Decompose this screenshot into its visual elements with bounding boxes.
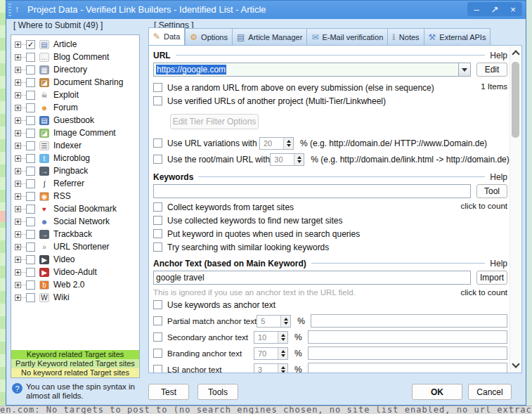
sidebar-item-forum[interactable]: ☻Forum [11, 101, 139, 114]
keywords-flag-0-checkbox[interactable] [153, 202, 162, 212]
stepper-arrows[interactable] [294, 154, 304, 165]
expand-icon[interactable] [15, 244, 21, 250]
scroll-down-icon[interactable] [512, 360, 519, 368]
item-checkbox[interactable] [26, 154, 35, 163]
expand-icon[interactable] [15, 257, 21, 263]
sidebar-item-wiki[interactable]: WWiki [11, 291, 139, 304]
item-checkbox[interactable] [26, 65, 35, 75]
secondary-anchor-text-stepper[interactable]: 10 [254, 331, 288, 344]
ok-button[interactable]: OK [412, 384, 462, 400]
sidebar-item-pingback[interactable]: →Pingback [11, 164, 139, 177]
tab-data[interactable]: ✎Data [148, 27, 185, 46]
random-url-checkbox[interactable] [153, 83, 162, 92]
expand-icon[interactable] [15, 168, 21, 174]
expand-icon[interactable] [15, 79, 21, 86]
root-url-row[interactable]: Use the root/main URL with 30 % (e.g. ht… [153, 151, 507, 167]
partial-match-anchor-text-input[interactable] [311, 314, 507, 328]
sidebar-item-guestbook[interactable]: ▤Guestbook [11, 114, 139, 127]
item-checkbox[interactable] [26, 103, 35, 112]
sidebar-item-microblog[interactable]: tMicroblog [11, 152, 139, 164]
keywords-checkbox-row[interactable]: Use collected keywords to find new targe… [153, 214, 507, 227]
anchor-import-button[interactable]: Import [476, 271, 507, 285]
item-checkbox[interactable] [26, 268, 35, 277]
url-variations-stepper[interactable]: 20 [259, 137, 294, 150]
url-input[interactable]: https://google.com [153, 63, 471, 77]
stepper-value[interactable]: 20 [260, 138, 283, 149]
stepper-value[interactable]: 3 [254, 364, 278, 374]
expand-icon[interactable] [15, 67, 21, 73]
cancel-button[interactable]: Cancel [468, 384, 512, 400]
sidebar-item-image-comment[interactable]: ◪Image Comment [11, 127, 139, 139]
use-keywords-anchor-checkbox[interactable] [153, 300, 162, 309]
secondary-anchor-text-row[interactable]: Secondary anchor text10% [153, 329, 507, 345]
url-help-link[interactable]: Help [490, 51, 507, 60]
stepper-value[interactable]: 70 [254, 348, 278, 359]
item-checkbox[interactable] [26, 293, 35, 302]
stepper-arrows[interactable] [278, 332, 287, 343]
url-edit-button[interactable]: Edit [476, 63, 507, 77]
sidebar-item-directory[interactable]: ▦Directory [11, 63, 139, 76]
sidebar-item-web-2-0[interactable]: bWeb 2.0 [11, 278, 139, 291]
expand-icon[interactable] [15, 206, 21, 212]
secondary-anchor-text-checkbox[interactable] [153, 332, 162, 342]
expand-icon[interactable] [15, 231, 21, 238]
sidebar-item-trackback[interactable]: →Trackback [11, 228, 139, 240]
use-keywords-anchor-row[interactable]: Use keywords as anchor text [153, 298, 507, 311]
secondary-anchor-text-input[interactable] [308, 330, 507, 344]
expand-icon[interactable] [15, 130, 21, 136]
item-checkbox[interactable] [26, 116, 35, 125]
close-button[interactable]: × [504, 2, 522, 16]
keywords-click-to-count[interactable]: click to count [461, 202, 507, 210]
tools-button[interactable]: Tools [197, 384, 238, 400]
random-url-checkbox-row[interactable]: Use a random URL from above on every sub… [153, 81, 507, 94]
stepper-arrows[interactable] [278, 348, 287, 359]
stepper-arrows[interactable] [280, 316, 290, 327]
expand-icon[interactable] [15, 295, 21, 301]
sidebar-item-article[interactable]: ✓▤Article [11, 38, 139, 51]
root-url-stepper[interactable]: 30 [270, 153, 304, 166]
sidebar-item-video-adult[interactable]: ▶Video-Adult [11, 266, 139, 278]
url-dropdown-button[interactable] [458, 63, 470, 76]
tab-external-apis[interactable]: ⚒External APIs [424, 28, 491, 46]
scroll-up-icon[interactable] [512, 50, 519, 58]
root-url-checkbox[interactable] [153, 155, 162, 164]
item-checkbox[interactable] [26, 217, 35, 226]
verified-urls-checkbox[interactable] [153, 96, 162, 105]
partial-match-anchor-text-stepper[interactable]: 5 [257, 315, 291, 328]
stepper-value[interactable]: 5 [257, 316, 280, 327]
keywords-checkbox-row[interactable]: Try searching with similar looking keywo… [153, 240, 507, 254]
stepper-arrows[interactable] [283, 138, 293, 149]
item-checkbox[interactable] [26, 53, 35, 62]
sidebar-item-exploit[interactable]: ☠Exploit [11, 89, 139, 101]
lsi-anchor-text-checkbox[interactable] [153, 365, 162, 373]
keywords-flag-2-checkbox[interactable] [153, 229, 162, 238]
keywords-checkbox-row[interactable]: Put keyword in quotes when used in searc… [153, 227, 507, 240]
stepper-value[interactable]: 10 [254, 332, 278, 343]
keywords-checkbox-row[interactable]: Collect keywords from target sites click… [153, 200, 507, 214]
keywords-flag-3-checkbox[interactable] [153, 242, 162, 252]
expand-icon[interactable] [15, 105, 21, 111]
stepper-value[interactable]: 30 [271, 154, 294, 165]
keywords-flag-1-checkbox[interactable] [153, 216, 162, 225]
titlebar[interactable]: ↑ Project Data - Verified Link Builders … [6, 1, 526, 19]
item-checkbox[interactable] [26, 179, 35, 188]
item-checkbox[interactable] [26, 280, 35, 290]
expand-icon[interactable] [15, 92, 21, 98]
url-variations-row[interactable]: Use URL variations with 20 % (e.g. http:… [153, 135, 507, 151]
sidebar-item-video[interactable]: ▶Video [11, 253, 139, 266]
item-checkbox[interactable] [26, 78, 35, 87]
lsi-anchor-text-input[interactable] [308, 363, 507, 373]
sidebar-item-social-network[interactable]: ☻Social Network [11, 215, 139, 228]
tab-e-mail-verification[interactable]: ✉E-Mail verification [306, 28, 387, 46]
partial-match-anchor-text-row[interactable]: Partial match anchor text5% [153, 313, 507, 329]
branding-anchor-text-input[interactable] [308, 347, 507, 360]
sidebar-item-referrer[interactable]: ∫Referrer [11, 177, 139, 190]
verified-urls-checkbox-row[interactable]: Use verified URLs of another project (Mu… [153, 94, 507, 108]
partial-match-anchor-text-checkbox[interactable] [153, 316, 162, 325]
sidebar-item-blog-comment[interactable]: …Blog Comment [11, 51, 139, 63]
sidebar-item-indexer[interactable]: ☰Indexer [11, 139, 139, 152]
tab-options[interactable]: ⚙Options [185, 28, 232, 46]
keywords-tool-button[interactable]: Tool [476, 184, 507, 198]
minimize-button[interactable]: – [467, 2, 486, 16]
keywords-help-link[interactable]: Help [490, 172, 507, 182]
